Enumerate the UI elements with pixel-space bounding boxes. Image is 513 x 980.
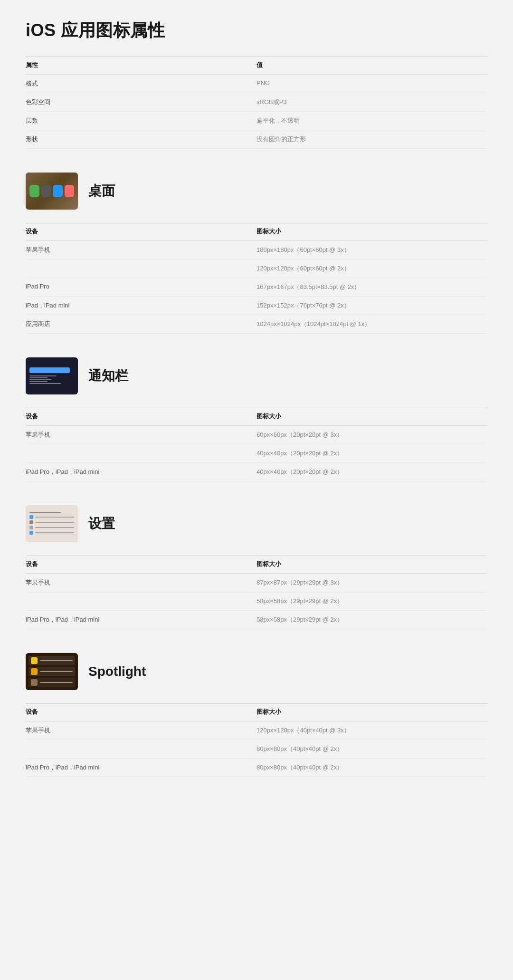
table-row: 120px×120px（60pt×60pt @ 2x） — [26, 259, 487, 278]
device-name: iPad Pro，iPad，iPad mini — [26, 463, 256, 481]
table-settings: 设备图标大小苹果手机87px×87px（29pt×29pt @ 3x）58px×… — [26, 556, 487, 629]
col2-header: 图标大小 — [256, 704, 487, 721]
device-name: iPad Pro，iPad，iPad mini — [26, 611, 256, 629]
table-row: 应用商店1024px×1024px（1024pt×1024pt @ 1x） — [26, 315, 487, 334]
table-spotlight: 设备图标大小苹果手机120px×120px（40pt×40pt @ 3x）80p… — [26, 703, 487, 777]
thumb-desktop — [26, 173, 78, 210]
icon-size: 180px×180px（60pt×60pt @ 3x） — [256, 241, 487, 259]
section-header-spotlight: Spotlight — [26, 653, 487, 690]
icon-size: 58px×58px（29pt×29pt @ 2x） — [256, 592, 487, 611]
table-row: iPad Pro，iPad，iPad mini40px×40px（20pt×20… — [26, 463, 487, 481]
table-row: 40px×40px（20pt×20pt @ 2x） — [26, 444, 487, 463]
table-row: 格式PNG — [26, 75, 487, 93]
table-row: 色彩空间sRGB或P3 — [26, 93, 487, 112]
property-value: 没有圆角的正方形 — [256, 130, 487, 149]
device-name: iPad Pro，iPad，iPad mini — [26, 759, 256, 777]
icon-size: 80px×80px（40pt×40pt @ 2x） — [256, 759, 487, 777]
properties-table: 属性 值 格式PNG色彩空间sRGB或P3层数扁平化，不透明形状没有圆角的正方形 — [26, 57, 487, 149]
section-header-notification: 通知栏 — [26, 357, 487, 394]
property-name: 形状 — [26, 130, 256, 149]
icon-size: 87px×87px（29pt×29pt @ 3x） — [256, 574, 487, 592]
table-row: 苹果手机180px×180px（60pt×60pt @ 3x） — [26, 241, 487, 259]
icon-size: 167px×167px（83.5pt×83.5pt @ 2x） — [256, 278, 487, 297]
device-name — [26, 592, 256, 611]
props-col1-header: 属性 — [26, 57, 256, 75]
section-notification: 通知栏设备图标大小苹果手机60px×60px（20pt×20pt @ 3x）40… — [26, 357, 487, 481]
device-name — [26, 259, 256, 278]
col2-header: 图标大小 — [256, 408, 487, 426]
page-title: iOS 应用图标属性 — [26, 19, 487, 42]
device-name: 苹果手机 — [26, 574, 256, 592]
section-header-settings: 设置 — [26, 505, 487, 542]
property-value: sRGB或P3 — [256, 93, 487, 112]
col1-header: 设备 — [26, 704, 256, 721]
section-title-spotlight: Spotlight — [88, 664, 146, 679]
section-title-desktop: 桌面 — [88, 182, 115, 200]
icon-size: 152px×152px（76pt×76pt @ 2x） — [256, 297, 487, 315]
device-name: iPad，iPad mini — [26, 297, 256, 315]
device-name — [26, 740, 256, 759]
col2-header: 图标大小 — [256, 556, 487, 574]
section-settings: 设置设备图标大小苹果手机87px×87px（29pt×29pt @ 3x）58p… — [26, 505, 487, 629]
device-name: 应用商店 — [26, 315, 256, 334]
table-row: 80px×80px（40pt×40pt @ 2x） — [26, 740, 487, 759]
section-desktop: 桌面设备图标大小苹果手机180px×180px（60pt×60pt @ 3x）1… — [26, 173, 487, 334]
col1-header: 设备 — [26, 408, 256, 426]
device-name: 苹果手机 — [26, 426, 256, 444]
section-spotlight: Spotlight设备图标大小苹果手机120px×120px（40pt×40pt… — [26, 653, 487, 777]
icon-size: 40px×40px（20pt×20pt @ 2x） — [256, 444, 487, 463]
icon-size: 60px×60px（20pt×20pt @ 3x） — [256, 426, 487, 444]
section-title-notification: 通知栏 — [88, 367, 128, 385]
props-col2-header: 值 — [256, 57, 487, 75]
property-name: 层数 — [26, 112, 256, 130]
icon-size: 1024px×1024px（1024pt×1024pt @ 1x） — [256, 315, 487, 334]
table-row: 形状没有圆角的正方形 — [26, 130, 487, 149]
table-row: 苹果手机120px×120px（40pt×40pt @ 3x） — [26, 721, 487, 740]
property-name: 格式 — [26, 75, 256, 93]
device-name: 苹果手机 — [26, 721, 256, 740]
col1-header: 设备 — [26, 223, 256, 241]
table-row: iPad Pro167px×167px（83.5pt×83.5pt @ 2x） — [26, 278, 487, 297]
property-name: 色彩空间 — [26, 93, 256, 112]
thumb-notification — [26, 357, 78, 394]
property-value: PNG — [256, 75, 487, 93]
table-row: iPad Pro，iPad，iPad mini80px×80px（40pt×40… — [26, 759, 487, 777]
table-row: 58px×58px（29pt×29pt @ 2x） — [26, 592, 487, 611]
table-row: iPad，iPad mini152px×152px（76pt×76pt @ 2x… — [26, 297, 487, 315]
table-desktop: 设备图标大小苹果手机180px×180px（60pt×60pt @ 3x）120… — [26, 223, 487, 334]
col1-header: 设备 — [26, 556, 256, 574]
table-row: 层数扁平化，不透明 — [26, 112, 487, 130]
section-title-settings: 设置 — [88, 515, 115, 533]
property-value: 扁平化，不透明 — [256, 112, 487, 130]
table-row: iPad Pro，iPad，iPad mini58px×58px（29pt×29… — [26, 611, 487, 629]
table-row: 苹果手机60px×60px（20pt×20pt @ 3x） — [26, 426, 487, 444]
device-name: iPad Pro — [26, 278, 256, 297]
device-name: 苹果手机 — [26, 241, 256, 259]
thumb-settings — [26, 505, 78, 542]
icon-size: 120px×120px（40pt×40pt @ 3x） — [256, 721, 487, 740]
icon-size: 58px×58px（29pt×29pt @ 2x） — [256, 611, 487, 629]
thumb-spotlight — [26, 653, 78, 690]
col2-header: 图标大小 — [256, 223, 487, 241]
icon-size: 120px×120px（60pt×60pt @ 2x） — [256, 259, 487, 278]
device-name — [26, 444, 256, 463]
table-notification: 设备图标大小苹果手机60px×60px（20pt×20pt @ 3x）40px×… — [26, 408, 487, 481]
table-row: 苹果手机87px×87px（29pt×29pt @ 3x） — [26, 574, 487, 592]
icon-size: 40px×40px（20pt×20pt @ 2x） — [256, 463, 487, 481]
icon-size: 80px×80px（40pt×40pt @ 2x） — [256, 740, 487, 759]
section-header-desktop: 桌面 — [26, 173, 487, 210]
